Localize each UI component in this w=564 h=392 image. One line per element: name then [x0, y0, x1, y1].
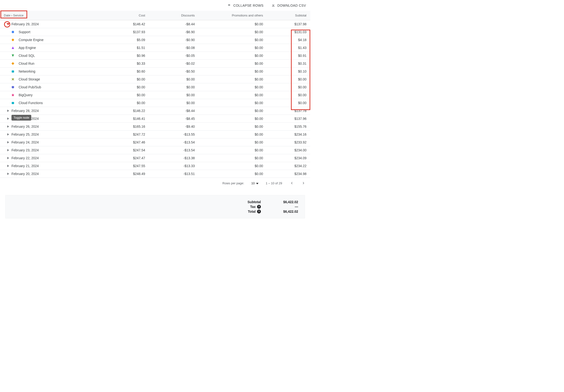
date-label: February 22, 2024 [12, 156, 39, 160]
cost-cell: $0.96 [112, 52, 149, 60]
rows-per-page-value: 10 [251, 182, 255, 185]
discounts-cell: $0.00 [149, 75, 199, 83]
summary-total-label: Total [248, 210, 256, 213]
column-header-discounts[interactable]: Discounts [149, 11, 199, 20]
subtotal-cell: $234.09 [267, 154, 310, 162]
service-row[interactable]: Cloud Storage $0.00 $0.00 $0.00 $0.00 [0, 75, 310, 83]
column-header-group[interactable]: Date › Service [4, 14, 23, 17]
summary-panel: Subtotal $6,422.02 Tax ? — Total ? $6,42… [5, 195, 305, 218]
discounts-cell: $0.00 [149, 83, 199, 91]
expand-toggle-icon[interactable] [7, 133, 10, 136]
expand-toggle-icon[interactable] [7, 165, 10, 167]
discounts-cell: -$13.33 [149, 162, 199, 170]
service-row[interactable]: Support $137.93 -$6.90 $0.00 $131.03 [0, 28, 310, 36]
date-row-collapsed[interactable]: February 28, 2024 $146.22 -$8.44 $0.00 $… [0, 107, 310, 115]
date-row-collapsed[interactable]: February 21, 2024 $247.55 -$13.33 $0.00 … [0, 162, 310, 170]
service-row[interactable]: Networking $0.60 -$0.50 $0.00 $0.10 [0, 68, 310, 75]
subtotal-cell: $1.43 [267, 44, 310, 52]
discounts-cell: -$0.90 [149, 36, 199, 44]
cost-cell: $247.72 [112, 131, 149, 139]
service-marker-icon [12, 38, 14, 41]
collapse-rows-button[interactable]: COLLAPSE ROWS [227, 3, 263, 8]
dropdown-icon [256, 182, 259, 185]
subtotal-cell: $137.98 [267, 20, 310, 28]
date-row-collapsed[interactable]: February 23, 2024 $247.54 -$13.54 $0.00 … [0, 146, 310, 154]
subtotal-cell: $0.00 [267, 99, 310, 107]
date-label: February 27, 2024 [12, 117, 39, 121]
expand-toggle-icon[interactable] [7, 141, 10, 144]
date-row-collapsed[interactable]: February 24, 2024 $247.46 -$13.54 $0.00 … [0, 139, 310, 146]
expand-toggle-icon[interactable] [7, 125, 10, 128]
service-row[interactable]: Cloud Run $0.33 -$0.02 $0.00 $0.31 [0, 60, 310, 68]
date-label: February 24, 2024 [12, 140, 39, 144]
expand-toggle-icon[interactable] [7, 157, 10, 159]
summary-subtotal-value: $6,422.02 [274, 200, 298, 204]
cost-cell: $165.16 [112, 123, 149, 131]
column-header-promotions[interactable]: Promotions and others [199, 11, 267, 20]
subtotal-cell: $155.76 [267, 123, 310, 131]
svg-rect-1 [12, 38, 14, 41]
cost-cell: $0.00 [112, 75, 149, 83]
collapse-icon [227, 3, 231, 8]
cost-cell: $137.93 [112, 28, 149, 36]
rows-per-page-label: Rows per page: [222, 182, 244, 185]
service-row[interactable]: Cloud Functions $0.00 $0.00 $0.00 $0.00 [0, 99, 310, 107]
date-row-collapsed[interactable]: February 25, 2024 $247.72 -$13.55 $0.00 … [0, 131, 310, 139]
date-row-collapsed[interactable]: February 20, 2024 $248.49 -$13.51 $0.00 … [0, 170, 310, 178]
promotions-cell: $0.00 [199, 131, 267, 139]
subtotal-cell: $4.18 [267, 36, 310, 44]
rows-per-page-select[interactable]: 10 [251, 182, 259, 185]
service-row[interactable]: App Engine $1.51 -$0.08 $0.00 $1.43 [0, 44, 310, 52]
expand-toggle-icon[interactable] [7, 149, 10, 152]
download-csv-button[interactable]: DOWNLOAD CSV [271, 3, 306, 8]
column-header-cost[interactable]: Cost [112, 11, 149, 20]
service-name: Cloud Pub/Sub [19, 85, 41, 89]
promotions-cell: $0.00 [199, 28, 267, 36]
service-name: BigQuery [19, 93, 32, 97]
subtotal-cell: $0.00 [267, 91, 310, 99]
promotions-cell: $0.00 [199, 52, 267, 60]
expand-toggle-icon[interactable] [7, 117, 10, 120]
service-name: Cloud SQL [19, 54, 35, 57]
service-marker-icon [12, 54, 14, 57]
discounts-cell: -$9.40 [149, 123, 199, 131]
expand-toggle-icon[interactable] [7, 109, 10, 112]
date-row-expanded[interactable]: February 29, 2024 $146.42 -$8.44 $0.00 $… [0, 20, 310, 28]
cost-cell: $0.33 [112, 60, 149, 68]
date-row-collapsed[interactable]: February 27, 2024 $146.41 -$8.45 $0.00 $… [0, 115, 310, 123]
download-icon [271, 3, 275, 8]
expand-toggle-icon[interactable] [7, 172, 10, 175]
help-icon[interactable]: ? [257, 205, 261, 209]
discounts-cell: -$13.54 [149, 146, 199, 154]
service-name: Support [19, 30, 30, 34]
column-header-subtotal[interactable]: Subtotal [267, 11, 310, 20]
promotions-cell: $0.00 [199, 83, 267, 91]
svg-rect-3 [12, 102, 14, 104]
help-icon[interactable]: ? [257, 210, 261, 213]
promotions-cell: $0.00 [199, 44, 267, 52]
service-row[interactable]: Compute Engine $5.09 -$0.90 $0.00 $4.18 [0, 36, 310, 44]
promotions-cell: $0.00 [199, 75, 267, 83]
subtotal-cell: $0.31 [267, 60, 310, 68]
service-row[interactable]: Cloud Pub/Sub $0.00 $0.00 $0.00 $0.00 [0, 83, 310, 91]
summary-total-value: $6,422.02 [274, 210, 298, 213]
discounts-cell: -$13.54 [149, 139, 199, 146]
svg-rect-2 [12, 70, 14, 72]
cost-cell: $247.47 [112, 154, 149, 162]
prev-page-button[interactable] [289, 181, 294, 185]
service-row[interactable]: BigQuery $0.00 $0.00 $0.00 $0.00 [0, 91, 310, 99]
next-page-button[interactable] [301, 181, 306, 185]
collapse-toggle-icon[interactable] [7, 23, 10, 26]
date-row-collapsed[interactable]: February 26, 2024 $165.16 -$9.40 $0.00 $… [0, 123, 310, 131]
promotions-cell: $0.00 [199, 107, 267, 115]
date-row-collapsed[interactable]: February 22, 2024 $247.47 -$13.38 $0.00 … [0, 154, 310, 162]
service-row[interactable]: Cloud SQL $0.96 -$0.05 $0.00 $0.91 [0, 52, 310, 60]
cost-cell: $5.09 [112, 36, 149, 44]
subtotal-cell: $234.00 [267, 146, 310, 154]
subtotal-cell: $131.03 [267, 28, 310, 36]
date-label: February 20, 2024 [12, 172, 39, 176]
discounts-cell: -$6.90 [149, 28, 199, 36]
service-name: App Engine [19, 46, 36, 50]
collapse-rows-label: COLLAPSE ROWS [233, 4, 263, 7]
subtotal-cell: $234.22 [267, 162, 310, 170]
